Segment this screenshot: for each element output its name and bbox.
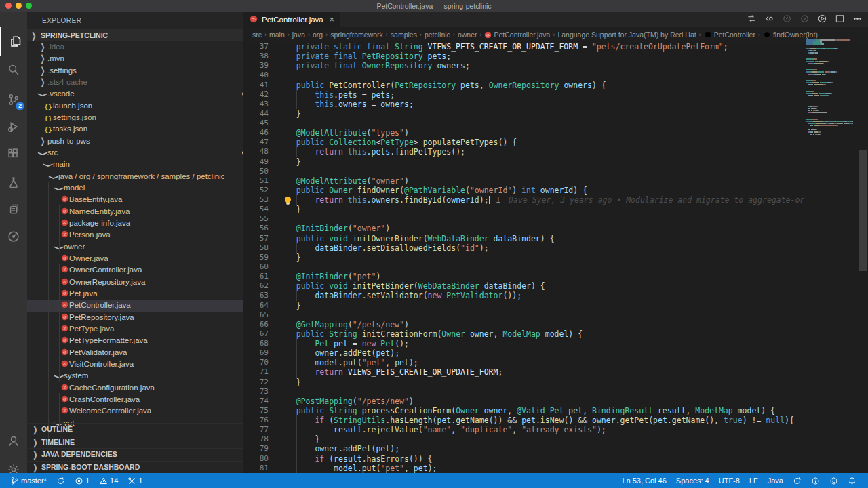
breadcrumb-item[interactable]: owner <box>458 30 477 39</box>
code-line-53[interactable]: 53 return this.owners.findById(ownerId);… <box>243 195 804 205</box>
code-line-52[interactable]: 52 public Owner findOwner(@PathVariable(… <box>243 186 804 195</box>
status-java[interactable]: Java <box>763 473 788 488</box>
code-line-39[interactable]: 39 private final OwnerRepository owners; <box>243 61 804 70</box>
status-warning[interactable]: 14 <box>94 473 123 488</box>
split-editor-icon[interactable] <box>835 14 845 26</box>
status-feedback-smiley[interactable] <box>825 473 843 488</box>
explorer-icon[interactable] <box>0 27 28 56</box>
tree-item-idea[interactable]: ❯.idea <box>27 41 243 53</box>
code-line-55[interactable]: 55 <box>243 214 804 224</box>
status-error[interactable]: 1 <box>70 473 94 488</box>
previous-change-icon[interactable] <box>764 14 774 26</box>
panel-timeline[interactable]: ❯TIMELINE <box>27 436 243 448</box>
more-actions-icon[interactable] <box>852 14 863 26</box>
tree-item-owner-java[interactable]: Owner.java1 <box>27 253 243 264</box>
code-line-74[interactable]: 74 @PostMapping("/pets/new") <box>243 396 804 406</box>
code-line-50[interactable]: 50 <box>243 167 804 176</box>
code-line-43[interactable]: 43 this.owners = owners; <box>243 100 804 109</box>
status-java-build[interactable]: 1 <box>123 473 147 488</box>
breadcrumb-item[interactable]: org <box>313 30 323 39</box>
code-line-54[interactable]: 54 } <box>243 205 804 214</box>
minimap[interactable] <box>804 39 853 148</box>
project-manager-icon[interactable] <box>0 195 27 224</box>
code-line-48[interactable]: 48 return this.pets.findPetTypes(); <box>243 147 804 157</box>
code-line-62[interactable]: 62 public void initPetBinder(WebDataBind… <box>243 281 804 291</box>
account-icon[interactable] <box>0 427 27 455</box>
tree-item-cacheconfiguration-java[interactable]: CacheConfiguration.java <box>27 382 243 394</box>
tree-item-push-to-pws[interactable]: ❯push-to-pws <box>27 136 243 147</box>
code-line-47[interactable]: 47 public Collection<PetType> populatePe… <box>243 138 804 147</box>
spring-boot-dashboard-icon[interactable] <box>0 222 27 251</box>
tree-item-model[interactable]: ❯model <box>27 182 243 194</box>
code-line-78[interactable]: 78 } <box>243 434 804 444</box>
status-git-branch[interactable]: master* <box>5 473 52 488</box>
breadcrumb-item[interactable]: petclinic <box>425 30 450 39</box>
tree-item-tasks-json[interactable]: {}tasks.json <box>27 123 243 135</box>
code-line-65[interactable]: 65 <box>243 310 804 320</box>
search-icon[interactable] <box>0 56 27 84</box>
back-icon[interactable] <box>782 14 792 26</box>
tree-item-baseentity-java[interactable]: BaseEntity.java1 <box>27 194 243 205</box>
code-line-73[interactable]: 73 <box>243 387 804 396</box>
tree-item-sts4-cache[interactable]: ❯.sts4-cache <box>27 77 243 88</box>
code-line-71[interactable]: 71 return VIEWS_PETS_CREATE_OR_UPDATE_FO… <box>243 367 804 377</box>
panel-spring-boot-dashboard[interactable]: ❯SPRING-BOOT DASHBOARD <box>27 461 243 473</box>
run-icon[interactable] <box>817 14 827 26</box>
code-line-41[interactable]: 41 public PetController(PetRepository pe… <box>243 81 804 90</box>
tree-item-mvn[interactable]: ❯.mvn <box>27 53 243 64</box>
code-line-66[interactable]: 66 @GetMapping("/pets/new") <box>243 320 804 329</box>
code-line-77[interactable]: 77 result.rejectValue("name", "duplicate… <box>243 425 804 434</box>
breadcrumb-item[interactable]: PetController <box>704 30 755 39</box>
tree-item-vscode[interactable]: ❯.vscode <box>27 88 243 100</box>
tree-item-settings[interactable]: ❯.settings <box>27 65 243 77</box>
code-line-68[interactable]: 68 Pet pet = new Pet(); <box>243 339 804 348</box>
code-line-76[interactable]: 76 if (StringUtils.hasLength(pet.getName… <box>243 415 804 425</box>
breadcrumb-item[interactable]: java <box>292 30 305 39</box>
status-lf[interactable]: LF <box>745 473 763 488</box>
source-control-icon[interactable]: 2 <box>0 85 27 114</box>
code-line-70[interactable]: 70 model.put("pet", pet); <box>243 358 804 367</box>
code-line-38[interactable]: 38 private final PetRepository pets; <box>243 52 804 61</box>
compare-changes-icon[interactable] <box>747 14 757 26</box>
code-line-45[interactable]: 45 <box>243 119 804 128</box>
code-line-72[interactable]: 72 } <box>243 378 804 387</box>
forward-icon[interactable] <box>800 14 810 26</box>
code-line-67[interactable]: 67 public String initCreationForm(Owner … <box>243 329 804 339</box>
code-line-63[interactable]: 63 dataBinder.setValidator(new PetValida… <box>243 291 804 300</box>
code-line-46[interactable]: 46 @ModelAttribute("types") <box>243 128 804 138</box>
tree-item-java-org-springframework-samples-petclinic[interactable]: ❯java / org / springframework / samples … <box>27 171 243 182</box>
code-line-40[interactable]: 40 <box>243 70 804 80</box>
breadcrumb-item[interactable]: Language Support for Java(TM) by Red Hat <box>557 30 696 39</box>
code-line-60[interactable]: 60 <box>243 262 804 272</box>
code-line-56[interactable]: 56 @InitBinder("owner") <box>243 224 804 233</box>
breadcrumb-item[interactable]: findOwner(int) <box>763 30 818 39</box>
code-line-59[interactable]: 59 } <box>243 253 804 262</box>
breadcrumb-item[interactable]: main <box>269 30 285 39</box>
code-line-61[interactable]: 61 @InitBinder("pet") <box>243 272 804 281</box>
breadcrumb-item[interactable]: samples <box>391 30 417 39</box>
status-ln-53-col-46[interactable]: Ln 53, Col 46 <box>617 473 671 488</box>
code-line-64[interactable]: 64 } <box>243 301 804 310</box>
tree-item-settings-json[interactable]: {}settings.jsonM <box>27 112 243 123</box>
status-spaces-4[interactable]: Spaces: 4 <box>671 473 714 488</box>
tree-item-src[interactable]: ❯src <box>27 147 243 159</box>
code-line-81[interactable]: 81 model.put("pet", pet); <box>243 464 804 473</box>
status-utf-8[interactable]: UTF-8 <box>714 473 745 488</box>
code-line-79[interactable]: 79 owner.addPet(pet); <box>243 444 804 453</box>
status-java-status[interactable] <box>788 473 806 488</box>
breadcrumb-item[interactable]: PetController.java <box>484 30 550 39</box>
vertical-scrollbar[interactable] <box>859 150 867 271</box>
tab-petcontroller[interactable]: PetController.java × <box>243 12 340 27</box>
tree-item-launch-json[interactable]: {}launch.json <box>27 100 243 112</box>
code-line-80[interactable]: 80 if (result.hasErrors()) { <box>243 454 804 464</box>
status-notifications-bell[interactable] <box>843 473 861 488</box>
breadcrumb-item[interactable]: src <box>252 30 262 39</box>
code-line-44[interactable]: 44 } <box>243 109 804 119</box>
panel-java-dependencies[interactable]: ❯JAVA DEPENDENCIES <box>27 448 243 460</box>
code-line-51[interactable]: 51 @ModelAttribute("owner") <box>243 176 804 186</box>
test-icon[interactable] <box>0 168 27 197</box>
close-tab-icon[interactable]: × <box>330 15 334 24</box>
status-info[interactable] <box>806 473 825 488</box>
code-line-42[interactable]: 42 this.pets = pets; <box>243 90 804 100</box>
code-line-37[interactable]: 37 private static final String VIEWS_PET… <box>243 42 804 52</box>
